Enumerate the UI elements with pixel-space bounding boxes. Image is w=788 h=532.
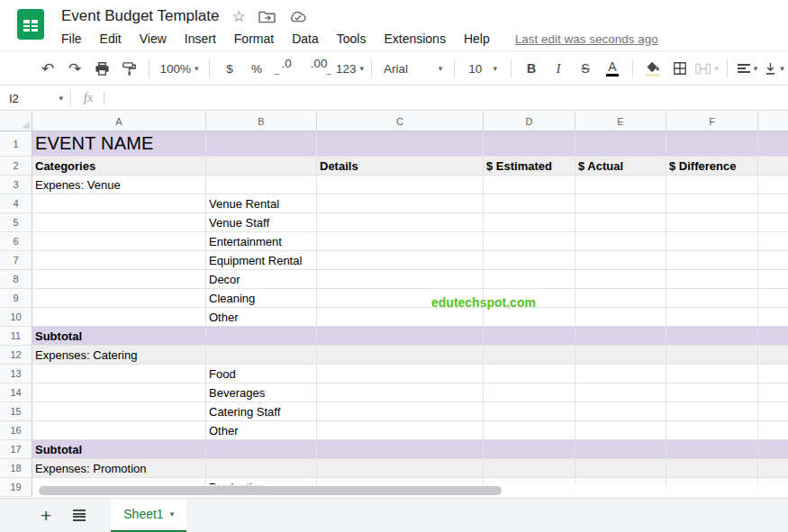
row-header-14[interactable]: 14: [0, 383, 32, 402]
cell-A18[interactable]: Expenses: Promotion: [32, 459, 206, 478]
cell-D1[interactable]: [484, 131, 575, 157]
row-header-9[interactable]: 9: [0, 289, 32, 308]
cell-D16[interactable]: [484, 421, 575, 440]
cell-E17[interactable]: [575, 440, 666, 459]
cell-C12[interactable]: [317, 346, 484, 365]
cell-B10[interactable]: Other: [206, 308, 317, 327]
select-all-corner[interactable]: [0, 112, 32, 131]
paint-format-button[interactable]: [117, 57, 140, 80]
cell-B7[interactable]: Equipment Rental: [206, 251, 317, 270]
cell-B15[interactable]: Catering Staff: [206, 402, 317, 421]
cell-C15[interactable]: [317, 402, 484, 421]
cell-E15[interactable]: [575, 402, 666, 421]
cell-G17[interactable]: [758, 440, 788, 459]
row-header-12[interactable]: 12: [0, 346, 32, 365]
row-header-5[interactable]: 5: [0, 213, 32, 232]
cell-A17[interactable]: Subtotal: [32, 440, 206, 459]
cell-C14[interactable]: [317, 383, 484, 402]
menu-file[interactable]: File: [61, 32, 82, 46]
cell-D8[interactable]: [484, 270, 575, 289]
zoom-select[interactable]: 100%▾: [158, 57, 201, 80]
cell-F4[interactable]: [666, 194, 758, 213]
cell-B14[interactable]: Beverages: [206, 383, 317, 402]
cell-C1[interactable]: [317, 131, 484, 157]
cell-G13[interactable]: [758, 365, 788, 383]
cell-C7[interactable]: [317, 251, 484, 270]
cell-C16[interactable]: [317, 421, 484, 440]
star-icon[interactable]: ☆: [231, 9, 245, 24]
menu-view[interactable]: View: [140, 32, 167, 46]
cell-C5[interactable]: [317, 213, 484, 232]
cell-A16[interactable]: [32, 421, 206, 440]
column-header-A[interactable]: A: [32, 112, 206, 131]
cell-D14[interactable]: [484, 383, 575, 402]
row-header-6[interactable]: 6: [0, 232, 32, 251]
cell-F13[interactable]: [666, 365, 758, 383]
cell-E13[interactable]: [575, 365, 666, 383]
add-sheet-button[interactable]: +: [41, 506, 51, 525]
cell-G8[interactable]: [758, 270, 788, 289]
cell-B6[interactable]: Entertainment: [206, 232, 317, 251]
cell-E11[interactable]: [575, 327, 666, 346]
cell-E10[interactable]: [575, 308, 666, 327]
column-header-F[interactable]: F: [666, 112, 758, 131]
cell-B16[interactable]: Other: [206, 421, 317, 440]
font-family-select[interactable]: Arial▾: [380, 57, 446, 80]
cell-A2[interactable]: Categories: [32, 157, 206, 176]
row-header-17[interactable]: 17: [0, 440, 32, 459]
cell-D3[interactable]: [484, 176, 575, 194]
row-header-15[interactable]: 15: [0, 402, 32, 421]
cell-F12[interactable]: [666, 346, 758, 365]
row-header-19[interactable]: 19: [0, 478, 32, 497]
cell-F9[interactable]: [666, 289, 758, 308]
cell-E7[interactable]: [575, 251, 666, 270]
cell-F14[interactable]: [666, 383, 758, 402]
menu-edit[interactable]: Edit: [100, 32, 122, 46]
menu-extensions[interactable]: Extensions: [384, 32, 445, 46]
cell-G18[interactable]: [758, 459, 788, 478]
cell-F5[interactable]: [666, 213, 758, 232]
cell-E8[interactable]: [575, 270, 666, 289]
strikethrough-button[interactable]: S: [574, 57, 597, 80]
cell-C17[interactable]: [317, 440, 484, 459]
cell-A8[interactable]: [32, 270, 206, 289]
cell-A6[interactable]: [32, 232, 206, 251]
cell-A14[interactable]: [32, 383, 206, 402]
sheet-tab-sheet1[interactable]: Sheet1 ▾: [111, 499, 186, 532]
cell-A15[interactable]: [32, 402, 206, 421]
format-currency-button[interactable]: $: [218, 57, 241, 80]
row-header-11[interactable]: 11: [0, 327, 32, 346]
cell-G6[interactable]: [758, 232, 788, 251]
cell-G7[interactable]: [758, 251, 788, 270]
cell-E12[interactable]: [575, 346, 666, 365]
cell-D12[interactable]: [484, 346, 575, 365]
formula-input[interactable]: [104, 91, 104, 105]
cell-D5[interactable]: [484, 213, 575, 232]
cell-G14[interactable]: [758, 383, 788, 402]
borders-button[interactable]: [668, 57, 692, 80]
italic-button[interactable]: I: [547, 57, 570, 80]
horizontal-align-button[interactable]: ▾: [736, 57, 759, 80]
cell-G5[interactable]: [758, 213, 788, 232]
row-header-13[interactable]: 13: [0, 365, 32, 383]
cell-D7[interactable]: [484, 251, 575, 270]
menu-format[interactable]: Format: [234, 32, 274, 46]
row-header-3[interactable]: 3: [0, 176, 32, 194]
cell-B3[interactable]: [206, 176, 317, 194]
cell-E3[interactable]: [575, 176, 666, 194]
row-header-2[interactable]: 2: [0, 157, 32, 176]
document-title[interactable]: Event Budget Template: [61, 7, 219, 25]
cell-E16[interactable]: [575, 421, 666, 440]
column-header-C[interactable]: C: [317, 112, 484, 131]
fill-color-button[interactable]: [641, 57, 665, 80]
column-header-B[interactable]: B: [206, 112, 317, 131]
cell-A13[interactable]: [32, 365, 206, 383]
cell-E9[interactable]: [575, 289, 666, 308]
cloud-status-icon[interactable]: [288, 10, 307, 23]
row-header-1[interactable]: 1: [0, 131, 32, 157]
cell-C4[interactable]: [317, 194, 484, 213]
cell-D4[interactable]: [484, 194, 575, 213]
cell-C8[interactable]: [317, 270, 484, 289]
cell-G2[interactable]: [758, 157, 788, 176]
cell-D6[interactable]: [484, 232, 575, 251]
